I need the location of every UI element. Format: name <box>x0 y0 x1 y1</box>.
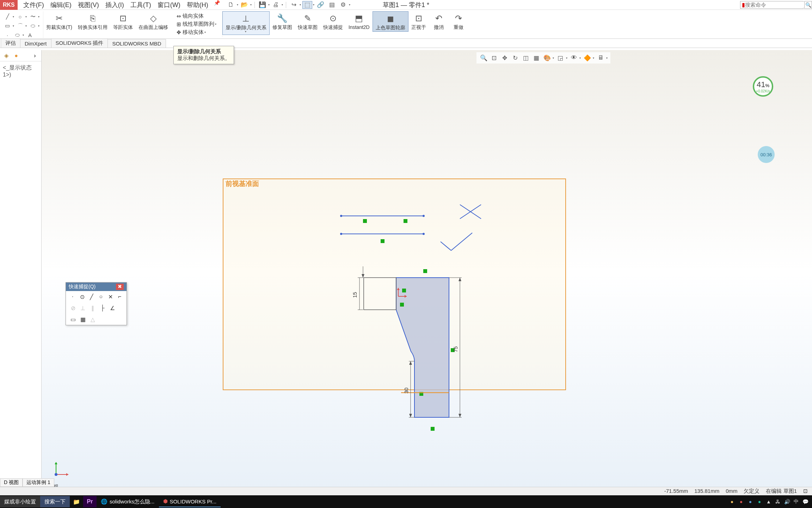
tray-icon-5[interactable]: ▲ <box>765 498 773 506</box>
new-icon[interactable]: 🗋 <box>226 1 236 9</box>
list-icon[interactable]: ▤ <box>327 1 337 9</box>
snap-grid-icon[interactable]: ▭ <box>69 316 76 323</box>
snap-grid2-icon[interactable]: ▦ <box>79 316 86 323</box>
mirror-button[interactable]: ⇔镜向实体 <box>174 12 219 20</box>
feature-tree-item[interactable]: <_显示状态 1>) <box>0 61 41 81</box>
snap-quad-icon[interactable]: ○ <box>98 293 104 300</box>
save-icon[interactable]: 💾 <box>258 1 267 9</box>
snap-angle-icon[interactable]: ∠ <box>109 304 116 312</box>
settings-icon[interactable]: 🖥 <box>596 54 605 62</box>
redo-button[interactable]: ↷ 重做 <box>449 11 468 31</box>
hide-show-icon[interactable]: 👁 <box>570 54 578 62</box>
taskbar-chrome[interactable]: 🌐solidworks怎么隐... <box>97 496 159 507</box>
repair-button[interactable]: 🔧 修复草图 <box>270 11 295 31</box>
tray-notify-icon[interactable]: 💬 <box>801 498 809 506</box>
section-icon[interactable]: ◫ <box>522 54 530 62</box>
quick-snap-button[interactable]: ⊙ 快速捕捉 <box>320 11 346 31</box>
taskbar-solidworks[interactable]: ⬢SOLIDWORKS Pr... <box>159 496 221 507</box>
tray-network-icon[interactable]: 🖧 <box>774 498 782 506</box>
ellipse-icon[interactable]: ⬭ <box>29 22 37 30</box>
tray-icon-2[interactable]: ● <box>737 498 745 506</box>
rebuild-icon[interactable]: 🔗 <box>316 1 326 9</box>
tab-motion[interactable]: 运动算例 1 <box>23 478 54 487</box>
snap-parallel-icon[interactable]: ∥ <box>89 304 96 312</box>
quick-sketch-button[interactable]: ✎ 快速草图 <box>295 11 320 31</box>
scene-icon[interactable]: 🎨 <box>543 54 551 62</box>
tab-mbd[interactable]: SOLIDWORKS MBD <box>107 39 166 48</box>
tab-dimxpert[interactable]: DimXpert <box>20 39 51 48</box>
search-button[interactable]: 🔍 <box>804 1 812 9</box>
snap-center-icon[interactable]: ⊙ <box>79 293 86 300</box>
pan-icon[interactable]: ✥ <box>500 54 509 62</box>
slot-icon[interactable]: ⬭ <box>13 31 21 39</box>
arc-icon[interactable]: ⌒ <box>16 22 24 30</box>
instant2d-button[interactable]: ⬒ Instant2D <box>346 11 373 31</box>
taskbar-explorer-icon[interactable]: 📁 <box>70 496 83 507</box>
zoom-area-icon[interactable]: ⊡ <box>490 54 498 62</box>
snap-midpoint-icon[interactable]: ╱ <box>88 293 95 300</box>
snap-nearest-icon[interactable]: ⌐ <box>116 293 123 300</box>
tray-volume-icon[interactable]: 🔊 <box>783 498 791 506</box>
tab-3dview[interactable]: D 视图 <box>0 478 23 487</box>
convert-button[interactable]: ⎘ 转换实体引用 <box>75 11 110 31</box>
taskbar-search[interactable]: 搜索一下 <box>40 496 70 507</box>
menu-tools[interactable]: 工具(T) <box>128 0 154 10</box>
snap-tangent-icon[interactable]: ⊘ <box>69 304 76 312</box>
trim-button[interactable]: ✂ 剪裁实体(T) <box>43 11 75 31</box>
display-relations-button[interactable]: ⊥ 显示/删除几何关系 ▾ <box>222 11 270 35</box>
zoom-fit-icon[interactable]: 🔍 <box>479 54 488 62</box>
pin-icon[interactable]: 📌 <box>212 0 222 10</box>
snap-point-icon[interactable]: · <box>69 293 76 300</box>
tray-ime-icon[interactable]: 中 <box>792 498 800 506</box>
rotate-icon[interactable]: ↻ <box>511 54 519 62</box>
point-icon[interactable]: · <box>4 31 11 39</box>
view-orientation-icon[interactable]: ◲ <box>556 54 565 62</box>
status-extra-icon[interactable]: ⊡ <box>803 488 808 495</box>
display-style-icon[interactable]: ▦ <box>532 54 541 62</box>
open-icon[interactable]: 📂 <box>240 1 250 9</box>
tray-icon-3[interactable]: ● <box>746 498 754 506</box>
appearance-icon[interactable]: 🔶 <box>583 54 591 62</box>
snap-angle2-icon[interactable]: △ <box>89 316 96 323</box>
taskbar-item-0[interactable]: 媒或非小绘置 <box>0 496 40 507</box>
taskbar-premiere-icon[interactable]: Pr <box>83 496 97 507</box>
snap-hv-icon[interactable]: ├ <box>99 304 106 312</box>
convert-icon: ⎘ <box>87 13 98 24</box>
text-icon[interactable]: A <box>26 31 34 39</box>
search-box[interactable]: ▮ <box>740 1 804 9</box>
fm-expand-icon[interactable]: › <box>31 52 39 60</box>
pattern-button[interactable]: ⊞线性草图阵列▾ <box>174 20 219 28</box>
menu-view[interactable]: 视图(V) <box>75 0 102 10</box>
search-input[interactable] <box>745 2 812 8</box>
redo-icon[interactable]: ↪ <box>289 1 299 9</box>
menu-edit[interactable]: 编辑(E) <box>48 0 74 10</box>
svg-line-12 <box>451 233 472 250</box>
line-icon[interactable]: ╱ <box>4 13 11 20</box>
menu-window[interactable]: 窗口(W) <box>155 0 183 10</box>
fm-cube-icon[interactable]: ◈ <box>2 52 11 60</box>
options-icon[interactable]: ⚙ <box>338 1 348 9</box>
menu-file[interactable]: 文件(F) <box>20 0 47 10</box>
surface-offset-button[interactable]: ◇ 在曲面上编移 <box>136 11 171 31</box>
move-button[interactable]: ✥移动实体▾ <box>174 28 219 36</box>
snap-close-button[interactable]: ✖ <box>116 284 124 290</box>
shade-button[interactable]: ◼ 上色草图轮廓 <box>373 11 408 32</box>
print-icon[interactable]: 🖨 <box>271 1 281 9</box>
fm-sphere-icon[interactable]: ● <box>12 52 20 60</box>
select-icon[interactable]: ⬚ <box>302 1 312 9</box>
undo-button[interactable]: ↶ 撤消 <box>429 11 449 31</box>
tray-icon-1[interactable]: ● <box>728 498 736 506</box>
menu-help[interactable]: 帮助(H) <box>184 0 211 10</box>
circle-icon[interactable]: ○ <box>16 13 24 20</box>
svg-rect-19 <box>431 427 435 431</box>
offset-button[interactable]: ⊡ 等距实体 <box>110 11 136 31</box>
tab-addins[interactable]: SOLIDWORKS 插件 <box>51 38 108 48</box>
rect-icon[interactable]: ▭ <box>4 22 11 30</box>
snap-intersect-icon[interactable]: ✕ <box>107 293 114 300</box>
tray-icon-4[interactable]: ● <box>756 498 763 506</box>
normal-button[interactable]: ⊡ 正视于 <box>408 11 429 31</box>
tab-evaluate[interactable]: 评估 <box>1 38 20 48</box>
menu-insert[interactable]: 插入(I) <box>103 0 127 10</box>
spline-icon[interactable]: 〜 <box>29 13 37 20</box>
snap-perp-icon[interactable]: ⊥ <box>79 304 86 312</box>
